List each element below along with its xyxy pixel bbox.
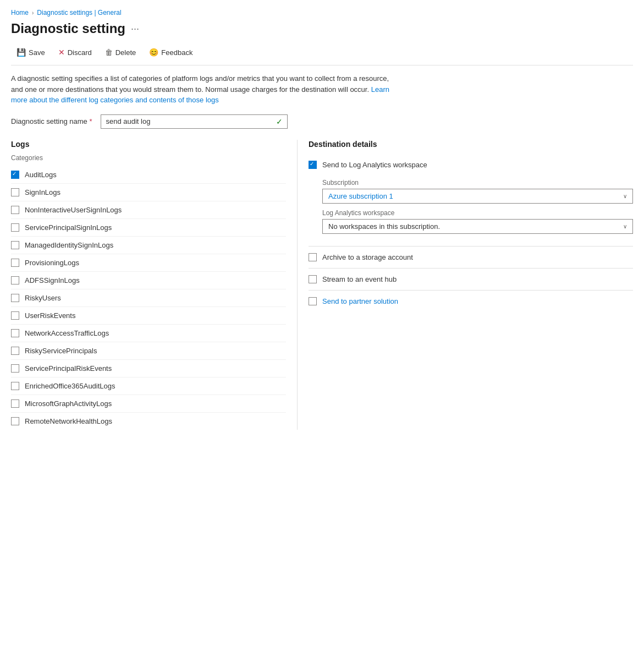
log-label: NetworkAccessTrafficLogs: [25, 329, 109, 337]
categories-label: Categories: [11, 154, 286, 162]
log-checkbox[interactable]: [11, 347, 19, 355]
log-label: UserRiskEvents: [25, 311, 75, 320]
destination-list: Send to Log Analytics workspace Subscrip…: [309, 154, 633, 312]
log-item: SignInLogs: [11, 184, 286, 201]
log-label: ServicePrincipalRiskEvents: [25, 364, 112, 373]
delete-icon: 🗑: [105, 48, 113, 57]
name-input-container: ✓: [101, 114, 288, 129]
destination-label: Send to partner solution: [322, 297, 398, 305]
description-text: A diagnostic setting specifies a list of…: [11, 74, 389, 94]
log-item: ServicePrincipalSignInLogs: [11, 219, 286, 237]
destination-label: Send to Log Analytics workspace: [322, 161, 427, 169]
destination-checkbox[interactable]: [309, 275, 317, 283]
subscription-label: Subscription: [322, 179, 633, 187]
more-options-icon[interactable]: ···: [131, 23, 139, 35]
log-checkbox[interactable]: [11, 417, 19, 425]
log-label: ProvisioningLogs: [25, 259, 79, 267]
log-checkbox[interactable]: [11, 399, 19, 408]
logs-section-title: Logs: [11, 140, 286, 149]
save-button[interactable]: 💾 Save: [11, 45, 51, 59]
workspace-dropdown[interactable]: No workspaces in this subscription. ∨: [322, 219, 633, 234]
save-label: Save: [29, 48, 45, 57]
log-checkbox[interactable]: [11, 171, 19, 179]
log-checkbox[interactable]: [11, 188, 19, 196]
feedback-icon: 😊: [149, 48, 158, 57]
log-label: RiskyServicePrincipals: [25, 347, 97, 355]
destination-panel: Destination details Send to Log Analytic…: [297, 140, 633, 430]
discard-label: Discard: [68, 48, 92, 57]
breadcrumb-diagnostic-settings[interactable]: Diagnostic settings | General: [37, 9, 121, 17]
log-item: RiskyUsers: [11, 289, 286, 307]
destination-section-title: Destination details: [309, 140, 633, 149]
subscription-arrow-icon: ∨: [623, 193, 627, 199]
destination-item: Stream to an event hub: [309, 269, 633, 291]
toolbar: 💾 Save ✕ Discard 🗑 Delete 😊 Feedback: [11, 45, 633, 65]
name-label: Diagnostic setting name *: [11, 117, 92, 125]
form-name-row: Diagnostic setting name * ✓: [11, 114, 633, 129]
destination-item: Send to partner solution: [309, 291, 633, 312]
log-item: ServicePrincipalRiskEvents: [11, 360, 286, 377]
log-checkbox[interactable]: [11, 364, 19, 373]
log-item: AuditLogs: [11, 166, 286, 184]
breadcrumb-sep-1: ›: [32, 10, 34, 16]
destination-label: Stream to an event hub: [322, 275, 397, 283]
delete-button[interactable]: 🗑 Delete: [100, 45, 142, 59]
destination-label: Archive to a storage account: [322, 253, 413, 261]
subscription-value: Azure subscription 1: [328, 192, 393, 200]
save-icon: 💾: [16, 48, 26, 57]
log-item: ADFSSignInLogs: [11, 272, 286, 289]
log-label: ManagedIdentitySignInLogs: [25, 241, 113, 249]
feedback-label: Feedback: [161, 48, 192, 57]
logs-panel: Logs Categories AuditLogsSignInLogsNonIn…: [11, 140, 297, 430]
log-label: RiskyUsers: [25, 294, 61, 302]
description: A diagnostic setting specifies a list of…: [11, 73, 396, 106]
analytics-sub-fields: Subscription Azure subscription 1 ∨ Log …: [309, 179, 633, 239]
log-label: ServicePrincipalSignInLogs: [25, 223, 112, 232]
workspace-value: No workspaces in this subscription.: [328, 222, 440, 231]
log-checkbox[interactable]: [11, 329, 19, 337]
destination-checkbox[interactable]: [309, 297, 317, 305]
main-columns: Logs Categories AuditLogsSignInLogsNonIn…: [11, 140, 633, 430]
log-item: MicrosoftGraphActivityLogs: [11, 395, 286, 413]
feedback-button[interactable]: 😊 Feedback: [144, 45, 198, 59]
log-item: RemoteNetworkHealthLogs: [11, 413, 286, 430]
log-checkbox[interactable]: [11, 382, 19, 390]
log-checkbox[interactable]: [11, 294, 19, 302]
page-title-row: Diagnostic setting ···: [11, 21, 633, 36]
log-label: EnrichedOffice365AuditLogs: [25, 382, 115, 390]
log-label: RemoteNetworkHealthLogs: [25, 417, 112, 425]
workspace-arrow-icon: ∨: [623, 223, 627, 229]
page-title: Diagnostic setting: [11, 21, 125, 36]
breadcrumb-home[interactable]: Home: [11, 9, 29, 17]
log-checkbox[interactable]: [11, 206, 19, 214]
destination-checkbox[interactable]: [309, 161, 317, 169]
log-checkbox[interactable]: [11, 259, 19, 267]
log-item: ManagedIdentitySignInLogs: [11, 237, 286, 254]
log-checkbox[interactable]: [11, 276, 19, 284]
log-item: NetworkAccessTrafficLogs: [11, 325, 286, 342]
log-checkbox[interactable]: [11, 311, 19, 320]
log-checkbox[interactable]: [11, 241, 19, 249]
destination-item: Archive to a storage account: [309, 247, 633, 269]
log-categories-list: AuditLogsSignInLogsNonInteractiveUserSig…: [11, 166, 286, 430]
subscription-dropdown[interactable]: Azure subscription 1 ∨: [322, 189, 633, 204]
discard-button[interactable]: ✕ Discard: [53, 45, 97, 59]
log-label: NonInteractiveUserSignInLogs: [25, 206, 122, 214]
destination-checkbox[interactable]: [309, 253, 317, 261]
log-item: NonInteractiveUserSignInLogs: [11, 201, 286, 219]
log-checkbox[interactable]: [11, 223, 19, 232]
name-input[interactable]: [106, 117, 276, 125]
log-label: MicrosoftGraphActivityLogs: [25, 399, 112, 408]
discard-icon: ✕: [58, 48, 65, 57]
log-item: ProvisioningLogs: [11, 254, 286, 272]
log-item: RiskyServicePrincipals: [11, 342, 286, 360]
log-item: EnrichedOffice365AuditLogs: [11, 377, 286, 395]
input-valid-icon: ✓: [276, 117, 283, 126]
log-item: UserRiskEvents: [11, 307, 286, 325]
required-indicator: *: [89, 117, 92, 125]
workspace-label: Log Analytics workspace: [322, 209, 633, 217]
log-label: SignInLogs: [25, 188, 60, 196]
breadcrumb: Home › Diagnostic settings | General: [11, 9, 633, 17]
log-label: AuditLogs: [25, 171, 57, 179]
log-label: ADFSSignInLogs: [25, 276, 80, 284]
